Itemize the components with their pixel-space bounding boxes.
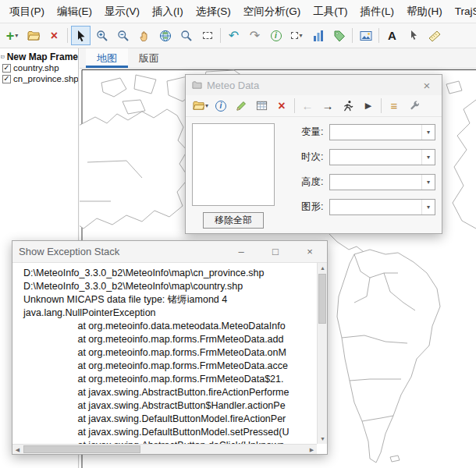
stack-line: Unknown MICAPS data file type: 锗缛iamond …	[23, 293, 314, 307]
magnifier-icon	[180, 30, 193, 42]
open-data-button[interactable]: ▾	[191, 98, 210, 115]
scroll-left-icon[interactable]: ◀	[12, 445, 23, 455]
image-button[interactable]	[356, 26, 375, 45]
menu-trajstat[interactable]: TrajStat	[449, 0, 476, 23]
minimize-button[interactable]: –	[230, 246, 252, 257]
next-button[interactable]: →	[318, 98, 337, 115]
horizontal-scrollbar[interactable]: ◀ ▶	[12, 444, 317, 454]
list-button[interactable]: ≡	[385, 98, 403, 115]
layer-label: cn_province.shp	[13, 74, 79, 83]
meteo-dialog-titlebar[interactable]: Meteo Data ×	[186, 75, 442, 95]
stack-line: at javax.swing.DefaultButtonModel.setPre…	[23, 426, 314, 439]
tab-map[interactable]: 地图	[86, 48, 128, 68]
menu-help[interactable]: 帮助(H)	[400, 0, 449, 23]
chevron-down-icon[interactable]: ▾	[421, 125, 435, 140]
graphic-field-row: 图形: ▾	[301, 198, 435, 215]
globe-icon	[159, 30, 172, 42]
zoom-out-icon	[117, 30, 130, 42]
menu-edit[interactable]: 编辑(E)	[51, 0, 98, 23]
label-button[interactable]	[329, 26, 349, 45]
data-info-button[interactable]: i	[211, 98, 230, 115]
full-extent-button[interactable]	[155, 26, 175, 45]
identify-button[interactable]: i	[266, 26, 286, 45]
layer-item-cn-province[interactable]: ✓ cn_province.shp	[2, 73, 78, 84]
close-dialog-button[interactable]: ×	[418, 79, 435, 92]
time-field-row: 时次: ▾	[301, 148, 435, 165]
info-icon: i	[215, 101, 226, 112]
measure-button[interactable]	[424, 26, 444, 45]
layer-checkbox[interactable]: ✓	[2, 64, 11, 73]
statistics-button[interactable]	[308, 26, 328, 45]
data-file-list[interactable]	[192, 123, 275, 206]
time-combobox[interactable]: ▾	[329, 149, 435, 165]
scroll-down-icon[interactable]: ▼	[318, 434, 328, 444]
menu-plugins[interactable]: 插件(L)	[354, 0, 401, 23]
draw-button[interactable]	[232, 98, 250, 115]
stack-trace-text: D:\MeteoInfo_3.3.0_b2\MeteoInfo\map\cn_p…	[12, 263, 317, 444]
data-table-button[interactable]	[252, 98, 271, 115]
redo-button[interactable]: ↷	[245, 26, 265, 45]
close-dialog-button[interactable]: ×	[299, 246, 321, 257]
chevron-down-icon: ▾	[299, 33, 302, 39]
vertical-scrollbar[interactable]: ▲ ▼	[317, 263, 327, 444]
menubar: 项目(P) 编辑(E) 显示(V) 插入(I) 选择(S) 空间分析(G) 工具…	[0, 0, 476, 23]
chevron-down-icon[interactable]: ▾	[421, 200, 435, 214]
remove-data-button[interactable]: ×	[272, 98, 291, 115]
undo-button[interactable]: ↶	[224, 26, 243, 45]
pointer-button[interactable]	[403, 26, 423, 45]
map-frame-node[interactable]: New Map Frame	[1, 51, 78, 62]
play-icon: ▶	[365, 101, 371, 110]
menu-tools[interactable]: 工具(T)	[307, 0, 353, 23]
select-button[interactable]	[71, 26, 91, 45]
text-button[interactable]: A	[382, 26, 402, 45]
close-icon: ×	[278, 100, 285, 112]
layer-checkbox[interactable]: ✓	[2, 75, 11, 83]
image-icon	[360, 30, 372, 42]
menu-insert[interactable]: 插入(I)	[146, 0, 190, 23]
chevron-down-icon: ▾	[15, 33, 18, 39]
exception-dialog-titlebar[interactable]: Show Exception Stack – □ ×	[12, 241, 327, 263]
zoom-in-button[interactable]	[92, 26, 112, 45]
zoom-out-button[interactable]	[113, 26, 133, 45]
level-field-row: 高度: ▾	[301, 173, 435, 190]
scroll-right-icon[interactable]: ▶	[307, 445, 317, 455]
menu-project[interactable]: 项目(P)	[3, 0, 51, 23]
maximize-button[interactable]: □	[265, 246, 286, 257]
remove-button[interactable]: ×	[44, 26, 64, 45]
dialog-title: Show Exception Stack	[19, 246, 119, 257]
zoom-window-button[interactable]	[176, 26, 196, 45]
stack-line: at org.meteoinfo.map.forms.FrmMeteoData.…	[23, 346, 314, 360]
level-combobox[interactable]: ▾	[329, 174, 435, 190]
graphic-combobox[interactable]: ▾	[329, 199, 435, 215]
meteo-data-dialog: Meteo Data × ▾ i × ←	[185, 74, 442, 234]
settings-button[interactable]	[405, 98, 424, 115]
document-tabstrip: 地图 版面	[80, 48, 476, 69]
tab-layout[interactable]: 版面	[128, 48, 170, 68]
dashed-square-icon	[291, 32, 298, 39]
stack-line: at org.meteoinfo.map.forms.FrmMeteoData$…	[23, 373, 314, 386]
new-button[interactable]: + ▾	[2, 26, 22, 45]
select-rectangle-button[interactable]	[197, 26, 217, 45]
layer-item-country[interactable]: ✓ country.shp	[2, 62, 78, 73]
menu-view[interactable]: 显示(V)	[98, 0, 146, 23]
dialog-folder-icon	[192, 80, 202, 90]
remove-all-button[interactable]: 移除全部	[203, 212, 264, 229]
variable-combobox[interactable]: ▾	[329, 124, 435, 140]
cursor-arrow-icon	[75, 30, 87, 42]
scrollbar-thumb[interactable]	[23, 445, 140, 453]
scroll-up-icon[interactable]: ▲	[318, 263, 328, 273]
select-shape-dropdown-button[interactable]: ▾	[287, 26, 307, 45]
animate-button[interactable]	[339, 98, 357, 115]
scrollbar-thumb[interactable]	[318, 274, 326, 324]
menu-select[interactable]: 选择(S)	[190, 0, 237, 23]
step-play-button[interactable]: ▶	[359, 98, 378, 115]
previous-button[interactable]: ←	[298, 98, 317, 115]
open-button[interactable]	[23, 26, 43, 45]
chevron-down-icon[interactable]: ▾	[421, 150, 435, 165]
menu-spatial-analysis[interactable]: 空间分析(G)	[237, 0, 307, 23]
stack-line: D:\MeteoInfo_3.3.0_b2\MeteoInfo\map\cn_p…	[23, 267, 314, 280]
pan-button[interactable]	[134, 26, 154, 45]
chevron-down-icon[interactable]: ▾	[421, 175, 435, 190]
pencil-icon	[236, 100, 247, 112]
stack-line: at javax.swing.AbstractButton$Handler.ac…	[23, 399, 314, 413]
